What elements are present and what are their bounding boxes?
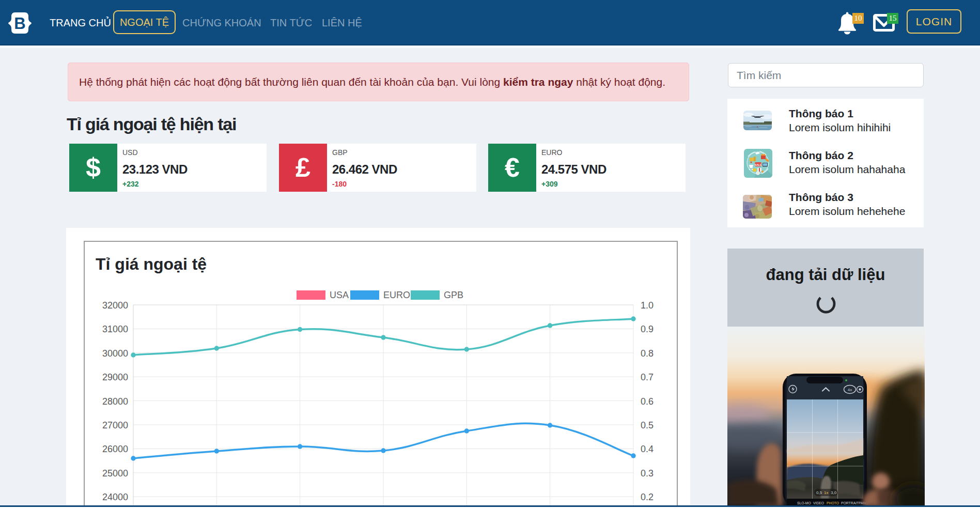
svg-text:1.0: 1.0 (641, 300, 654, 311)
svg-text:PHOTO: PHOTO (827, 501, 839, 505)
svg-text:0.3: 0.3 (641, 468, 654, 479)
svg-text:PORTRAIT: PORTRAIT (841, 501, 859, 505)
svg-text:0.2: 0.2 (641, 492, 654, 502)
svg-text:0.7: 0.7 (641, 372, 654, 382)
svg-text:29000: 29000 (102, 372, 128, 382)
svg-text:3,0: 3,0 (831, 490, 837, 495)
svg-text:0.4: 0.4 (641, 444, 654, 454)
svg-text:30000: 30000 (102, 348, 128, 359)
svg-text:0.8: 0.8 (641, 348, 654, 359)
svg-text:B: B (14, 14, 25, 33)
svg-text:0,5: 0,5 (816, 490, 822, 495)
svg-text:4x: 4x (848, 388, 852, 392)
svg-text:26000: 26000 (102, 444, 128, 454)
svg-text:25000: 25000 (102, 468, 128, 479)
svg-text:28000: 28000 (102, 396, 128, 407)
svg-text:27000: 27000 (102, 420, 128, 430)
svg-text:0.9: 0.9 (641, 324, 654, 334)
svg-text:1x: 1x (824, 490, 828, 495)
svg-text:VIDEO: VIDEO (813, 501, 824, 505)
svg-text:0.6: 0.6 (641, 396, 654, 407)
svg-text:24000: 24000 (102, 492, 128, 502)
svg-text:32000: 32000 (102, 300, 128, 311)
svg-text:SALE: SALE (755, 163, 762, 166)
svg-text:SLO-MO: SLO-MO (797, 501, 811, 505)
svg-text:31000: 31000 (102, 324, 128, 334)
svg-text:0.5: 0.5 (641, 420, 654, 430)
